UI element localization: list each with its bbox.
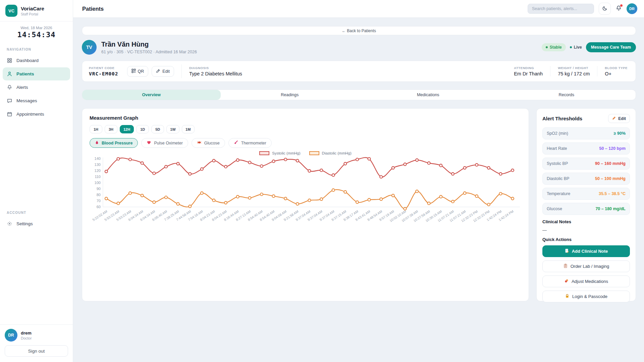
- user-avatar: DR: [5, 329, 17, 342]
- chip-pulse-oximeter[interactable]: Pulse Oximeter: [141, 138, 188, 148]
- candy-icon: [197, 140, 202, 146]
- person-icon: [7, 71, 12, 77]
- sidebar-item-appointments[interactable]: Appointments: [3, 108, 70, 121]
- login-passcode-button[interactable]: Login & Passcode: [542, 291, 630, 302]
- data-point: [392, 194, 394, 197]
- search-input[interactable]: [528, 4, 594, 14]
- tab-records[interactable]: Records: [497, 90, 636, 100]
- data-point: [272, 195, 275, 197]
- measurement-chart: 607080901001101201301405:22:02 AM5:53:23…: [90, 156, 521, 237]
- data-point: [332, 174, 335, 176]
- data-point: [105, 197, 108, 200]
- chip-blood-pressure[interactable]: Blood Pressure: [90, 138, 138, 148]
- chip-label: Pulse Oximeter: [154, 141, 182, 145]
- edit-patient-button[interactable]: Edit: [152, 66, 174, 77]
- sidebar-item-alerts[interactable]: Alerts: [3, 81, 70, 94]
- data-point: [464, 167, 466, 169]
- data-point: [153, 201, 155, 203]
- live-indicator: Live: [570, 45, 582, 50]
- edit-thresholds-button[interactable]: Edit: [608, 114, 630, 123]
- data-point: [129, 158, 131, 161]
- message-care-team-button[interactable]: Message Care Team: [586, 42, 636, 52]
- data-point: [260, 193, 263, 196]
- live-dot: [570, 46, 572, 48]
- data-point: [475, 164, 478, 166]
- range-1m[interactable]: 1M: [182, 125, 195, 133]
- threshold-row-systolic-bp: Systolic BP 90 – 160 mmHg: [542, 158, 630, 170]
- data-point: [212, 159, 215, 162]
- tab-readings[interactable]: Readings: [221, 90, 359, 100]
- clock-time: 14:54:34: [3, 31, 69, 39]
- data-point: [248, 161, 251, 164]
- chip-thermometer[interactable]: Thermometer: [228, 138, 272, 148]
- systolic-swatch: [259, 151, 269, 155]
- data-point: [117, 202, 119, 205]
- range-12h[interactable]: 12H: [120, 125, 134, 133]
- patient-code-label: PATIENT CODE: [89, 66, 118, 70]
- data-point: [368, 198, 371, 201]
- adjust-medications-button[interactable]: Adjust Medications: [542, 276, 630, 287]
- data-point: [487, 167, 490, 169]
- sign-out-button[interactable]: Sign out: [5, 345, 68, 357]
- lock-icon: [565, 294, 570, 299]
- data-point: [201, 192, 203, 194]
- data-point: [224, 201, 227, 204]
- sidebar-item-label: Dashboard: [16, 58, 39, 63]
- patient-name: Trần Văn Hùng: [101, 41, 197, 48]
- action-label: Adjust Medications: [572, 279, 608, 284]
- pencil-icon: [156, 69, 160, 74]
- bell-icon: [7, 84, 12, 90]
- data-point: [344, 162, 346, 165]
- clinical-notes-title: Clinical Notes: [542, 219, 630, 224]
- tab-medications[interactable]: Medications: [359, 90, 497, 100]
- data-point: [428, 202, 430, 205]
- chat-bubble-icon: [7, 98, 12, 104]
- dark-mode-toggle[interactable]: [599, 3, 611, 15]
- measurement-graph-card: Measurement Graph 1H 3H 12H 1D 5D 1W 1M …: [82, 108, 529, 301]
- dashboard-grid-icon: [7, 58, 12, 63]
- sidebar-item-patients[interactable]: Patients: [3, 67, 70, 80]
- threshold-row-heart-rate: Heart Rate 50 – 120 bpm: [542, 142, 630, 155]
- user-name: drem: [21, 330, 32, 336]
- legend-systolic: Systolic (mmHg): [259, 151, 300, 155]
- range-1w[interactable]: 1W: [166, 125, 179, 133]
- data-point: [189, 205, 191, 208]
- back-to-patients-link[interactable]: ← Back to Patients: [82, 26, 636, 35]
- account-section-label: ACCOUNT: [0, 205, 73, 217]
- topbar: Patients DR: [73, 0, 644, 18]
- data-point: [177, 162, 179, 165]
- data-point: [439, 164, 442, 167]
- attending-value: Em Dr Thanh: [514, 71, 543, 76]
- data-point: [236, 159, 239, 162]
- data-point: [236, 195, 239, 198]
- time-range-selector: 1H 3H 12H 1D 5D 1W 1M: [90, 125, 521, 133]
- tab-overview[interactable]: Overview: [82, 90, 221, 100]
- add-clinical-note-button[interactable]: Add Clinical Note: [542, 245, 630, 257]
- y-tick-label: 80: [97, 193, 101, 197]
- y-tick-label: 140: [95, 157, 101, 161]
- notification-dot: [620, 4, 623, 7]
- range-3h[interactable]: 3H: [105, 125, 117, 133]
- data-point: [416, 159, 418, 162]
- data-point: [511, 197, 514, 200]
- range-1d[interactable]: 1D: [136, 125, 149, 133]
- data-point: [308, 199, 311, 202]
- status-badge: Stable: [542, 43, 566, 51]
- sidebar-item-messages[interactable]: Messages: [3, 94, 70, 107]
- app-logo: VC: [5, 5, 17, 17]
- qr-code-icon: [131, 69, 136, 74]
- gear-icon: [7, 221, 12, 227]
- notifications-button[interactable]: [615, 5, 622, 13]
- range-1h[interactable]: 1H: [90, 125, 102, 133]
- order-lab-imaging-button[interactable]: Order Lab / Imaging: [542, 260, 630, 272]
- topbar-avatar[interactable]: DR: [627, 3, 637, 14]
- sidebar-item-dashboard[interactable]: Dashboard: [3, 54, 70, 67]
- chip-glucose[interactable]: Glucose: [192, 138, 225, 148]
- data-point: [308, 170, 311, 172]
- data-point: [117, 158, 119, 160]
- range-5d[interactable]: 5D: [151, 125, 164, 133]
- sidebar-clock: Wed, 18 Mar 2026 14:54:34: [0, 21, 73, 42]
- diagnosis-label: DIAGNOSIS: [189, 66, 242, 70]
- sidebar-item-settings[interactable]: Settings: [3, 217, 70, 230]
- qr-button[interactable]: QR: [127, 66, 149, 77]
